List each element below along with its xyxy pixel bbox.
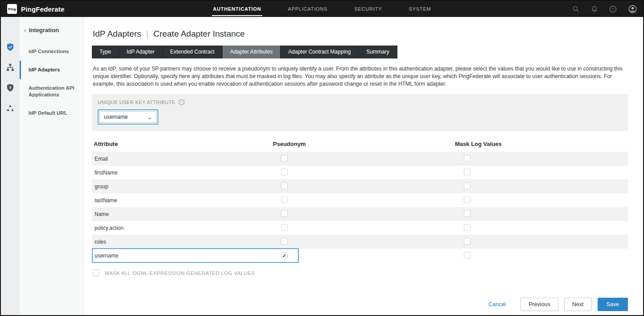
search-icon[interactable] bbox=[572, 5, 579, 12]
attribute-name: roles bbox=[92, 239, 271, 245]
column-header-pseudonym: Pseudonym bbox=[271, 141, 453, 147]
nav-authentication[interactable]: AUTHENTICATION bbox=[212, 2, 262, 16]
page-title: IdP Adapters | Create Adapter Instance bbox=[93, 29, 628, 39]
sidebar-item-authentication-api-applications[interactable]: Authentication API Applications bbox=[20, 79, 83, 104]
tab-summary[interactable]: Summary bbox=[359, 46, 397, 58]
table-row: firstName bbox=[92, 166, 628, 179]
pseudonym-checkbox[interactable] bbox=[281, 224, 288, 231]
sidebar-item-idp-connections[interactable]: IdP Connections bbox=[20, 42, 83, 61]
previous-button[interactable]: Previous bbox=[520, 298, 558, 311]
table-header-row: Attribute Pseudonym Mask Log Values bbox=[92, 137, 628, 152]
mask-all-label: MASK ALL OGNL-EXPRESSION GENERATED LOG V… bbox=[105, 270, 255, 276]
tab-adapter-contract-mapping[interactable]: Adapter Contract Mapping bbox=[281, 46, 359, 58]
nav-applications[interactable]: APPLICATIONS bbox=[287, 2, 329, 16]
cluster-nodes-icon[interactable] bbox=[6, 104, 14, 112]
cancel-link[interactable]: Cancel bbox=[488, 301, 506, 308]
attribute-name: firstName bbox=[92, 170, 271, 176]
user-account-icon[interactable] bbox=[628, 5, 637, 13]
column-header-mask-log-values: Mask Log Values bbox=[453, 141, 628, 147]
next-button[interactable]: Next bbox=[564, 298, 592, 311]
table-row: Name bbox=[92, 207, 628, 221]
table-row: Email bbox=[92, 152, 628, 166]
tab-idp-adapter[interactable]: IdP Adapter bbox=[119, 46, 163, 58]
mask-all-checkbox[interactable] bbox=[93, 270, 99, 276]
pseudonym-checkbox[interactable] bbox=[281, 183, 288, 189]
dropdown-selected-value: username bbox=[104, 114, 128, 120]
svg-text:?: ? bbox=[181, 100, 183, 104]
notifications-bell-icon[interactable] bbox=[591, 5, 598, 12]
help-icon[interactable]: ? bbox=[609, 5, 617, 13]
main-content: IdP Adapters | Create Adapter Instance T… bbox=[84, 17, 643, 315]
nav-security[interactable]: SECURITY bbox=[353, 2, 383, 16]
tab-extended-contract[interactable]: Extended Contract bbox=[163, 46, 223, 58]
page-description: As an IdP, some of your SP partners may … bbox=[93, 65, 628, 88]
unique-user-key-panel: UNIQUE USER KEY ATTRIBUTE ? username ⌄ bbox=[92, 94, 628, 131]
svg-text:?: ? bbox=[612, 7, 614, 12]
sidebar-icon-rail bbox=[1, 17, 20, 315]
sidebar-section-label: Integration bbox=[29, 27, 59, 33]
unique-user-key-dropdown[interactable]: username ⌄ bbox=[99, 111, 157, 123]
top-nav: AUTHENTICATION APPLICATIONS SECURITY SYS… bbox=[123, 2, 521, 16]
wizard-tabs: Type IdP Adapter Extended Contract Adapt… bbox=[92, 46, 628, 58]
top-bar-icons: ? bbox=[521, 5, 637, 13]
mask-log-checkbox[interactable] bbox=[464, 155, 471, 162]
sidebar: ‹ Integration IdP Connections IdP Adapte… bbox=[20, 17, 84, 315]
attributes-table: Attribute Pseudonym Mask Log Values Emai… bbox=[92, 137, 628, 262]
table-row: policy.action bbox=[92, 221, 628, 235]
mask-log-checkbox[interactable] bbox=[464, 169, 471, 175]
back-chevron-icon: ‹ bbox=[24, 27, 26, 33]
shield-lock-icon[interactable] bbox=[6, 83, 14, 92]
top-bar: Ping PingFederate AUTHENTICATION APPLICA… bbox=[1, 1, 643, 17]
pseudonym-checkbox[interactable] bbox=[281, 196, 288, 203]
mask-log-checkbox[interactable] bbox=[464, 252, 471, 258]
mask-log-checkbox[interactable] bbox=[464, 183, 471, 189]
save-button[interactable]: Save bbox=[598, 298, 628, 311]
mask-log-checkbox[interactable] bbox=[464, 210, 471, 217]
mask-log-checkbox[interactable] bbox=[464, 238, 471, 245]
attribute-name: group bbox=[92, 183, 271, 190]
title-separator: | bbox=[141, 29, 153, 39]
page-title-secondary: Create Adapter Instance bbox=[153, 29, 245, 39]
nav-system[interactable]: SYSTEM bbox=[408, 2, 432, 16]
table-row: roles bbox=[92, 235, 628, 249]
table-row: username ✓ bbox=[92, 249, 628, 262]
pseudonym-checkbox[interactable] bbox=[281, 238, 288, 245]
mask-log-checkbox[interactable] bbox=[464, 224, 471, 231]
help-tooltip-icon[interactable]: ? bbox=[178, 99, 185, 105]
attribute-name: Email bbox=[92, 156, 271, 162]
pseudonym-checkbox[interactable] bbox=[281, 169, 288, 175]
brand-name: PingFederate bbox=[21, 5, 64, 13]
tab-adapter-attributes[interactable]: Adapter Attributes bbox=[223, 46, 281, 58]
shield-check-icon[interactable] bbox=[6, 43, 14, 51]
attribute-name: lastName bbox=[92, 197, 271, 204]
sidebar-item-idp-default-url[interactable]: IdP Default URL bbox=[20, 104, 83, 122]
brand: Ping PingFederate bbox=[7, 4, 123, 14]
column-header-attribute: Attribute bbox=[92, 141, 271, 147]
pingfederate-app: Ping PingFederate AUTHENTICATION APPLICA… bbox=[0, 0, 644, 316]
attribute-name: username bbox=[92, 253, 271, 259]
page-title-primary: IdP Adapters bbox=[93, 29, 141, 39]
table-row: group bbox=[92, 179, 628, 193]
table-row: lastName bbox=[92, 193, 628, 207]
mask-log-checkbox[interactable] bbox=[464, 196, 471, 203]
mask-all-row: MASK ALL OGNL-EXPRESSION GENERATED LOG V… bbox=[93, 270, 628, 276]
unique-user-key-label: UNIQUE USER KEY ATTRIBUTE bbox=[98, 100, 175, 105]
tab-type[interactable]: Type bbox=[92, 46, 119, 58]
sidebar-section-integration[interactable]: ‹ Integration bbox=[20, 27, 83, 33]
sitemap-icon[interactable] bbox=[6, 63, 14, 71]
pseudonym-checkbox[interactable] bbox=[281, 155, 288, 162]
pseudonym-checkbox[interactable] bbox=[281, 210, 288, 217]
pseudonym-checkbox[interactable]: ✓ bbox=[281, 252, 288, 259]
dropdown-highlight: username ⌄ bbox=[98, 109, 158, 125]
ping-logo-icon: Ping bbox=[7, 4, 17, 14]
wizard-footer: Cancel Previous Next Save bbox=[92, 298, 628, 311]
attribute-name: policy.action bbox=[92, 225, 271, 231]
sidebar-item-idp-adapters[interactable]: IdP Adapters bbox=[20, 61, 83, 79]
chevron-down-icon: ⌄ bbox=[147, 114, 152, 121]
attribute-name: Name bbox=[92, 211, 271, 217]
